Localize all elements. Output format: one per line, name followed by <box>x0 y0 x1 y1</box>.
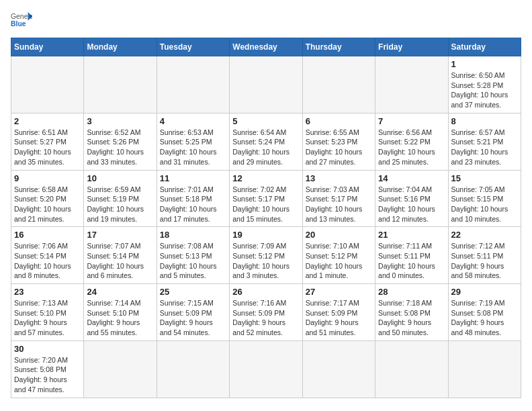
day-number: 5 <box>232 116 299 126</box>
calendar-week-5: 30Sunrise: 7:20 AM Sunset: 5:08 PM Dayli… <box>11 340 521 398</box>
calendar-cell: 11Sunrise: 7:01 AM Sunset: 5:18 PM Dayli… <box>157 170 229 227</box>
calendar-week-4: 23Sunrise: 7:13 AM Sunset: 5:10 PM Dayli… <box>11 284 521 341</box>
calendar-cell <box>11 56 84 113</box>
calendar-cell <box>230 340 302 398</box>
calendar-cell: 22Sunrise: 7:12 AM Sunset: 5:11 PM Dayli… <box>448 227 521 284</box>
weekday-header-tuesday: Tuesday <box>157 38 229 56</box>
svg-text:Blue: Blue <box>11 20 26 28</box>
day-number: 15 <box>451 173 518 183</box>
day-info: Sunrise: 6:53 AM Sunset: 5:25 PM Dayligh… <box>160 128 226 167</box>
weekday-header-sunday: Sunday <box>11 38 84 56</box>
day-number: 9 <box>14 173 81 183</box>
weekday-header-friday: Friday <box>375 38 448 56</box>
calendar-cell: 27Sunrise: 7:17 AM Sunset: 5:09 PM Dayli… <box>302 284 375 341</box>
day-number: 10 <box>87 173 153 183</box>
day-number: 8 <box>451 116 518 126</box>
calendar-week-3: 16Sunrise: 7:06 AM Sunset: 5:14 PM Dayli… <box>11 227 521 284</box>
calendar-cell <box>157 56 229 113</box>
calendar-cell: 1Sunrise: 6:50 AM Sunset: 5:28 PM Daylig… <box>448 56 521 113</box>
day-number: 12 <box>232 173 299 183</box>
day-info: Sunrise: 6:55 AM Sunset: 5:23 PM Dayligh… <box>306 128 372 167</box>
day-info: Sunrise: 6:52 AM Sunset: 5:26 PM Dayligh… <box>87 128 153 167</box>
day-info: Sunrise: 7:12 AM Sunset: 5:11 PM Dayligh… <box>451 241 518 281</box>
day-number: 22 <box>451 230 518 240</box>
calendar-cell: 23Sunrise: 7:13 AM Sunset: 5:10 PM Dayli… <box>11 284 84 341</box>
day-info: Sunrise: 6:51 AM Sunset: 5:27 PM Dayligh… <box>14 128 81 167</box>
day-info: Sunrise: 6:50 AM Sunset: 5:28 PM Dayligh… <box>451 71 518 110</box>
day-info: Sunrise: 7:14 AM Sunset: 5:10 PM Dayligh… <box>87 298 153 338</box>
calendar-week-2: 9Sunrise: 6:58 AM Sunset: 5:20 PM Daylig… <box>11 170 521 227</box>
calendar-cell: 20Sunrise: 7:10 AM Sunset: 5:12 PM Dayli… <box>302 227 375 284</box>
day-number: 18 <box>160 230 226 240</box>
day-info: Sunrise: 6:57 AM Sunset: 5:21 PM Dayligh… <box>451 128 518 167</box>
calendar-cell: 9Sunrise: 6:58 AM Sunset: 5:20 PM Daylig… <box>11 170 84 227</box>
calendar-cell: 10Sunrise: 6:59 AM Sunset: 5:19 PM Dayli… <box>84 170 157 227</box>
day-info: Sunrise: 6:58 AM Sunset: 5:20 PM Dayligh… <box>14 185 81 224</box>
calendar-cell <box>375 340 448 398</box>
day-info: Sunrise: 7:05 AM Sunset: 5:15 PM Dayligh… <box>451 185 518 224</box>
calendar-cell: 28Sunrise: 7:18 AM Sunset: 5:08 PM Dayli… <box>375 284 448 341</box>
calendar: SundayMondayTuesdayWednesdayThursdayFrid… <box>11 38 521 398</box>
day-info: Sunrise: 7:15 AM Sunset: 5:09 PM Dayligh… <box>160 298 226 338</box>
calendar-cell <box>157 340 229 398</box>
day-info: Sunrise: 7:16 AM Sunset: 5:09 PM Dayligh… <box>232 298 299 338</box>
calendar-cell: 17Sunrise: 7:07 AM Sunset: 5:14 PM Dayli… <box>84 227 157 284</box>
day-info: Sunrise: 7:20 AM Sunset: 5:08 PM Dayligh… <box>14 355 81 395</box>
day-info: Sunrise: 7:18 AM Sunset: 5:08 PM Dayligh… <box>378 298 445 338</box>
weekday-header-saturday: Saturday <box>448 38 521 56</box>
day-number: 27 <box>306 287 372 297</box>
day-number: 16 <box>14 230 81 240</box>
weekday-header-row: SundayMondayTuesdayWednesdayThursdayFrid… <box>11 38 521 56</box>
day-info: Sunrise: 7:01 AM Sunset: 5:18 PM Dayligh… <box>160 185 226 224</box>
day-info: Sunrise: 7:09 AM Sunset: 5:12 PM Dayligh… <box>232 241 299 281</box>
calendar-cell: 29Sunrise: 7:19 AM Sunset: 5:08 PM Dayli… <box>448 284 521 341</box>
calendar-cell: 12Sunrise: 7:02 AM Sunset: 5:17 PM Dayli… <box>230 170 302 227</box>
day-number: 28 <box>378 287 445 297</box>
weekday-header-monday: Monday <box>84 38 157 56</box>
calendar-cell: 13Sunrise: 7:03 AM Sunset: 5:17 PM Dayli… <box>302 170 375 227</box>
calendar-cell <box>84 340 157 398</box>
day-number: 13 <box>306 173 372 183</box>
day-number: 25 <box>160 287 226 297</box>
calendar-cell: 21Sunrise: 7:11 AM Sunset: 5:11 PM Dayli… <box>375 227 448 284</box>
calendar-cell: 14Sunrise: 7:04 AM Sunset: 5:16 PM Dayli… <box>375 170 448 227</box>
day-number: 17 <box>87 230 153 240</box>
day-number: 26 <box>232 287 299 297</box>
calendar-cell: 25Sunrise: 7:15 AM Sunset: 5:09 PM Dayli… <box>157 284 229 341</box>
day-info: Sunrise: 7:07 AM Sunset: 5:14 PM Dayligh… <box>87 241 153 281</box>
calendar-cell <box>84 56 157 113</box>
calendar-cell: 2Sunrise: 6:51 AM Sunset: 5:27 PM Daylig… <box>11 113 84 170</box>
day-info: Sunrise: 7:13 AM Sunset: 5:10 PM Dayligh… <box>14 298 81 338</box>
day-number: 30 <box>14 344 81 354</box>
day-number: 1 <box>451 59 518 69</box>
calendar-cell: 15Sunrise: 7:05 AM Sunset: 5:15 PM Dayli… <box>448 170 521 227</box>
day-number: 11 <box>160 173 226 183</box>
header: General Blue <box>11 11 521 30</box>
calendar-cell: 8Sunrise: 6:57 AM Sunset: 5:21 PM Daylig… <box>448 113 521 170</box>
day-info: Sunrise: 6:54 AM Sunset: 5:24 PM Dayligh… <box>232 128 299 167</box>
day-number: 14 <box>378 173 445 183</box>
calendar-cell <box>230 56 302 113</box>
calendar-cell: 30Sunrise: 7:20 AM Sunset: 5:08 PM Dayli… <box>11 340 84 398</box>
calendar-cell: 6Sunrise: 6:55 AM Sunset: 5:23 PM Daylig… <box>302 113 375 170</box>
day-info: Sunrise: 6:59 AM Sunset: 5:19 PM Dayligh… <box>87 185 153 224</box>
day-number: 3 <box>87 116 153 126</box>
calendar-cell <box>448 340 521 398</box>
day-info: Sunrise: 7:10 AM Sunset: 5:12 PM Dayligh… <box>306 241 372 281</box>
logo: General Blue <box>11 11 32 30</box>
calendar-cell <box>302 340 375 398</box>
calendar-week-0: 1Sunrise: 6:50 AM Sunset: 5:28 PM Daylig… <box>11 56 521 113</box>
calendar-cell: 18Sunrise: 7:08 AM Sunset: 5:13 PM Dayli… <box>157 227 229 284</box>
day-info: Sunrise: 7:04 AM Sunset: 5:16 PM Dayligh… <box>378 185 445 224</box>
day-number: 20 <box>306 230 372 240</box>
calendar-cell: 4Sunrise: 6:53 AM Sunset: 5:25 PM Daylig… <box>157 113 229 170</box>
calendar-cell <box>302 56 375 113</box>
day-number: 24 <box>87 287 153 297</box>
logo-icon: General Blue <box>11 11 32 30</box>
day-info: Sunrise: 7:03 AM Sunset: 5:17 PM Dayligh… <box>306 185 372 224</box>
day-number: 19 <box>232 230 299 240</box>
day-info: Sunrise: 7:11 AM Sunset: 5:11 PM Dayligh… <box>378 241 445 281</box>
calendar-cell: 26Sunrise: 7:16 AM Sunset: 5:09 PM Dayli… <box>230 284 302 341</box>
calendar-week-1: 2Sunrise: 6:51 AM Sunset: 5:27 PM Daylig… <box>11 113 521 170</box>
day-info: Sunrise: 6:56 AM Sunset: 5:22 PM Dayligh… <box>378 128 445 167</box>
